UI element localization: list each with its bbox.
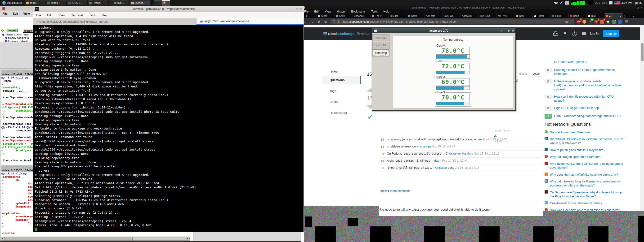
volume-icon[interactable] [554, 1, 558, 4]
close-icon[interactable]: ✕ [641, 6, 642, 9]
commit-row[interactable]: Merge branch 'mas [6, 33, 29, 36]
hot-question-link[interactable]: On San Andreas Speedruns, why do players… [550, 190, 624, 198]
browser-tab[interactable]: Snowhite [353, 13, 371, 18]
browser-tab[interactable]: Neur [515, 13, 533, 18]
stackexchange-logo[interactable]: StackExchange [324, 32, 354, 36]
sidebar-item-tags[interactable]: Tags [330, 89, 336, 93]
browser-tab[interactable]: Apocalyp [461, 13, 479, 18]
hot-question[interactable]: My players want to grind XP but we're us… [544, 162, 624, 170]
browser-tab[interactable]: Ten den [389, 13, 407, 18]
menu-item-tabs[interactable]: Tabs [89, 13, 96, 17]
grid-extension-icon[interactable]: ▦ [606, 20, 610, 24]
inbox-icon[interactable] [553, 31, 558, 36]
shield-extension-icon[interactable]: ▲1 [600, 20, 604, 24]
sort-oldest[interactable]: oldest [519, 72, 527, 75]
browser-tab[interactable]: nginx [551, 13, 569, 18]
menu-item-file[interactable]: File [36, 13, 41, 17]
terminal-tab-mc[interactable]: mc [garak@x3220]:~/repositories/testing/… [33, 18, 196, 25]
login-link[interactable]: Log In [590, 32, 598, 35]
xsensors-tab-nouveau[interactable]: nouveau [372, 34, 390, 41]
taskbar-button[interactable]: nettep... [46, 0, 66, 5]
blocker-extension-icon[interactable]: S4 [594, 20, 598, 24]
home-icon[interactable]: ◎ [324, 20, 327, 24]
sidebar-item-unanswered[interactable]: Unanswered [330, 111, 347, 115]
show-more-comments-link[interactable]: show 1 more comment [380, 189, 410, 193]
workspace-1[interactable] [154, 0, 162, 5]
url-bar[interactable]: ⓘ 🔒 https://superuser.com/questions/4434… [330, 19, 574, 24]
page-scrollbar[interactable] [640, 25, 644, 242]
url-text[interactable]: https://superuser.com/questions/443406/h… [342, 20, 564, 23]
menu-item-file[interactable]: File [304, 10, 308, 13]
mic-extension-icon[interactable]: ♬19 [588, 20, 592, 24]
menu-item-file[interactable]: File [2, 12, 8, 17]
scrollbar-thumb[interactable] [641, 43, 644, 61]
browser-tab[interactable]: Diese [317, 13, 335, 18]
hot-question[interactable]: Natural Armour and Weapons [544, 130, 624, 134]
adblock-icon[interactable]: ABP3 [576, 20, 580, 24]
tab-close-icon[interactable]: ✕ [620, 15, 621, 17]
browser-tab[interactable]: WTrueN [533, 13, 551, 18]
close-icon[interactable]: ✕ [512, 29, 514, 32]
menu-item-history[interactable]: History [337, 10, 346, 13]
comment-author-link[interactable]: ben [477, 138, 482, 141]
hot-question-link[interactable]: Natural Armour and Weapons [550, 130, 590, 134]
browser-tab[interactable]: Larry Wa [443, 13, 461, 18]
browser-tab[interactable]: The Luna [479, 13, 497, 18]
shade-icon[interactable]: ↑ [629, 6, 630, 9]
clock[interactable]: 11:07 PM [620, 1, 632, 4]
comment-author-link[interactable]: Christopher Markieta [446, 152, 473, 155]
hscroll-left-arrow[interactable]: ◀ [1, 237, 4, 240]
trophy-icon[interactable] [563, 31, 567, 36]
gitk-hscrollbar[interactable]: ◀ ▶ [0, 237, 190, 241]
topbar-search[interactable]: Search on [357, 32, 370, 35]
disk-icon[interactable] [609, 1, 612, 4]
terminal-tab-shell[interactable]: garak@x3220: ~/repositories/nettepice [196, 18, 304, 25]
close-icon[interactable]: ✕ [300, 7, 302, 10]
related-question-link[interactable]: Is there anyway to produce realistic loa… [554, 79, 624, 91]
hscroll-right-arrow[interactable]: ▶ [186, 237, 189, 240]
branch-label[interactable]: master [7, 29, 18, 32]
menu-item-help[interactable]: Help [383, 10, 389, 13]
sidebar-item-users[interactable]: Users [330, 100, 338, 104]
hot-question-link[interactable]: Did 20% of US soldiers in Vietnam use he… [550, 137, 624, 145]
hot-question[interactable]: PCGGravitational Force Between Numbers [544, 201, 624, 205]
taskbar-button[interactable]: Termin... [109, 0, 129, 5]
browser-tab[interactable]: Nette [407, 13, 425, 18]
browser-tab[interactable]: Snow [335, 13, 353, 18]
browser-tab[interactable]: AptPrefe [425, 13, 443, 18]
taskbar-button[interactable]: perfor... [25, 0, 45, 5]
minimize-icon[interactable]: ― [632, 6, 635, 9]
stylus-icon[interactable] [560, 1, 563, 4]
related-question[interactable]: CPU load with Python 3 [544, 60, 624, 65]
menu-item-edit[interactable]: Edit [314, 10, 319, 13]
hot-question[interactable]: How to patch glass cuts in a bicycle tir… [544, 148, 624, 152]
hscroll-thumb[interactable] [4, 237, 132, 241]
related-question[interactable]: 3Linux : Understanding load average and … [544, 114, 624, 119]
sidebar-item-questions[interactable]: Questions [322, 76, 361, 84]
menu-item-help[interactable]: Help [102, 13, 108, 17]
commit-row[interactable]: fix image adjusti [8, 40, 28, 42]
minimize-icon[interactable]: ― [292, 7, 294, 10]
browser-tab[interactable]: e [305, 13, 317, 18]
comment-author-link[interactable]: Christian Long [435, 166, 454, 169]
z-extension-icon[interactable]: Z [618, 20, 622, 24]
workspace-2[interactable] [162, 0, 170, 5]
maximize-icon[interactable]: ◻ [508, 29, 510, 32]
related-question[interactable]: 0Is there anyway to produce realistic lo… [544, 79, 624, 91]
monkey-extension-icon[interactable] [582, 20, 586, 24]
xsensors-titlebar[interactable]: xsensors 0.70 ↑―◻✕ [372, 28, 516, 33]
commit-row[interactable]: bloody padding a [8, 36, 29, 39]
tab-list-icon[interactable]: ⌄ [631, 13, 636, 18]
shade-icon[interactable]: ↑ [501, 29, 502, 32]
xsensors-tab-coretemp[interactable]: coretemp [372, 49, 390, 56]
cpu-graph[interactable] [571, 0, 593, 5]
colorgrid-extension-icon[interactable] [612, 20, 616, 24]
hot-question-link[interactable]: My players want to grind XP but we're us… [550, 162, 624, 170]
browser-tab[interactable]: Mir - Wik [497, 13, 515, 18]
comment-author-link[interactable]: enapupe [420, 145, 432, 148]
signup-button[interactable]: Sign Up [603, 30, 620, 37]
applications-menu[interactable]: Applications [0, 0, 25, 6]
menu-item-view[interactable]: View [58, 13, 65, 17]
related-question[interactable]: 0High CPU usage 32bit Linux App [544, 106, 624, 111]
related-question-link[interactable]: High CPU usage 32bit Linux App [554, 106, 599, 111]
